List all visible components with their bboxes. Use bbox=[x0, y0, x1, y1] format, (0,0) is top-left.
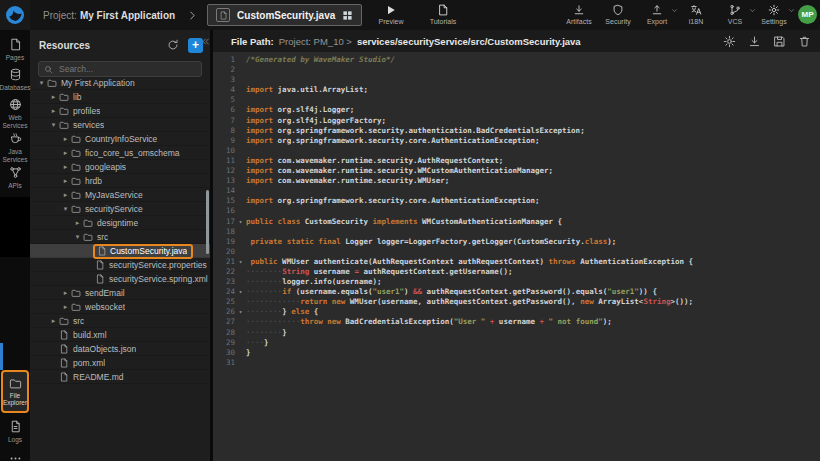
tree-toggle-icon[interactable]: ▸ bbox=[48, 93, 59, 101]
code-line[interactable]: 27············throw new BadCredentialsEx… bbox=[213, 317, 820, 327]
code-line[interactable]: 3 bbox=[213, 75, 820, 85]
fold-toggle-icon[interactable]: ▾ bbox=[235, 287, 246, 297]
code-line[interactable]: 28········} bbox=[213, 328, 820, 338]
panel-divider[interactable] bbox=[210, 30, 213, 461]
tree-toggle-icon[interactable]: ▸ bbox=[60, 149, 71, 157]
tree-item-securityservice[interactable]: ▾securityService bbox=[30, 202, 210, 216]
fold-toggle-icon[interactable]: ▾ bbox=[235, 217, 246, 227]
tree-toggle-icon[interactable]: ▸ bbox=[60, 191, 71, 199]
code-line[interactable]: 17▾public class CustomSecurity implement… bbox=[213, 217, 820, 227]
tree-item-lib[interactable]: ▸lib bbox=[30, 90, 210, 104]
tree-toggle-icon[interactable]: ▸ bbox=[60, 135, 71, 143]
code-line[interactable]: 12import com.wavemaker.runtime.security.… bbox=[213, 166, 820, 176]
search-box[interactable] bbox=[38, 61, 202, 77]
artifacts-button[interactable]: Artifacts bbox=[566, 4, 592, 25]
export-button[interactable]: Export bbox=[644, 4, 670, 25]
delete-file-button[interactable] bbox=[798, 35, 811, 48]
rail-item-logs[interactable]: Logs bbox=[0, 420, 30, 444]
tree-toggle-icon[interactable]: ▸ bbox=[60, 303, 71, 311]
fold-toggle-icon[interactable]: ▾ bbox=[235, 257, 246, 267]
tree-item-readme-md[interactable]: README.md bbox=[30, 370, 210, 384]
tree-toggle-icon[interactable]: ▸ bbox=[48, 107, 59, 115]
editor-settings-button[interactable] bbox=[723, 35, 736, 48]
tree-item-services[interactable]: ▾services bbox=[30, 118, 210, 132]
code-line[interactable]: 15import org.springframework.security.co… bbox=[213, 196, 820, 206]
search-input[interactable] bbox=[57, 63, 196, 75]
code-line[interactable]: 9import org.springframework.security.cor… bbox=[213, 136, 820, 146]
code-line[interactable]: 20 bbox=[213, 247, 820, 257]
tree-item-googleapis[interactable]: ▸googleapis bbox=[30, 160, 210, 174]
tree-toggle-icon[interactable]: ▾ bbox=[36, 79, 47, 87]
tree-toggle-icon[interactable]: ▾ bbox=[60, 205, 71, 213]
code-line[interactable]: 14 bbox=[213, 186, 820, 196]
code-line[interactable]: 21▾ public WMUser authenticate(AuthReque… bbox=[213, 257, 820, 267]
project-name[interactable]: My First Application bbox=[80, 10, 175, 21]
rail-item-apis[interactable]: APIs bbox=[0, 166, 30, 190]
rail-item-file-explorer[interactable]: File Explorer bbox=[1, 370, 29, 413]
tree-item-pom-xml[interactable]: pom.xml bbox=[30, 356, 210, 370]
rail-item-databases[interactable]: Databases bbox=[0, 68, 30, 92]
code-line[interactable]: 16 bbox=[213, 206, 820, 216]
tree-item-designtime[interactable]: ▸designtime bbox=[30, 216, 210, 230]
tree-item-fico-core-us-omschema[interactable]: ▸fico_core_us_omschema bbox=[30, 146, 210, 160]
fold-toggle-icon[interactable]: ▾ bbox=[235, 307, 246, 317]
tree-toggle-icon[interactable]: ▸ bbox=[60, 289, 71, 297]
tree-item-hrdb[interactable]: ▸hrdb bbox=[30, 174, 210, 188]
code-line[interactable]: 26▾········} else { bbox=[213, 307, 820, 317]
code-line[interactable]: 30} bbox=[213, 348, 820, 358]
code-line[interactable]: 22········String username = authRequestC… bbox=[213, 267, 820, 277]
security-button[interactable]: Security bbox=[605, 4, 631, 25]
tree-item-securityservice-spring-xml[interactable]: securityService.spring.xml bbox=[30, 272, 210, 286]
rail-item-pages[interactable]: Pages bbox=[0, 38, 30, 62]
tree-item-profiles[interactable]: ▸profiles bbox=[30, 104, 210, 118]
code-line[interactable]: 11import com.wavemaker.runtime.security.… bbox=[213, 156, 820, 166]
tree-item-countryinfoservice[interactable]: ▸CountryInfoService bbox=[30, 132, 210, 146]
code-line[interactable]: 10 bbox=[213, 146, 820, 156]
code-line[interactable]: 4import java.util.ArrayList; bbox=[213, 85, 820, 95]
code-area[interactable]: 1/*Generated by WaveMaker Studio*/234imp… bbox=[213, 52, 820, 461]
code-line[interactable]: 18 bbox=[213, 227, 820, 237]
tree-item-customsecurity-java[interactable]: CustomSecurity.java bbox=[30, 244, 210, 258]
wavemaker-logo[interactable] bbox=[0, 0, 30, 30]
grid-icon[interactable] bbox=[342, 10, 353, 21]
tree-toggle-icon[interactable]: ▾ bbox=[48, 121, 59, 129]
save-file-button[interactable] bbox=[773, 35, 786, 48]
tree-item-securityservice-properties[interactable]: securityService.properties bbox=[30, 258, 210, 272]
code-line[interactable]: 2 bbox=[213, 65, 820, 75]
tree-toggle-icon[interactable]: ▸ bbox=[60, 177, 71, 185]
rail-item-java-services[interactable]: Java Services bbox=[0, 132, 30, 163]
code-line[interactable]: 31 bbox=[213, 358, 820, 368]
code-line[interactable]: 25············return new WMUser(username… bbox=[213, 297, 820, 307]
tree-item-dataobjects-json[interactable]: dataObjects.json bbox=[30, 342, 210, 356]
tree-toggle-icon[interactable]: ▸ bbox=[60, 163, 71, 171]
code-line[interactable]: 6import org.slf4j.Logger; bbox=[213, 105, 820, 115]
tree-item-sendemail[interactable]: ▸sendEmail bbox=[30, 286, 210, 300]
tutorials-button[interactable]: Tutorials bbox=[420, 4, 466, 25]
download-file-button[interactable] bbox=[748, 35, 761, 48]
rail-item-web-services[interactable]: Web Services bbox=[0, 98, 30, 129]
tree-item-websocket[interactable]: ▸websocket bbox=[30, 300, 210, 314]
tree-scrollbar[interactable] bbox=[206, 190, 209, 254]
tree-item-myjavaservice[interactable]: ▸MyJavaService bbox=[30, 188, 210, 202]
code-line[interactable]: 23········logger.info(username); bbox=[213, 277, 820, 287]
code-line[interactable]: 5 bbox=[213, 95, 820, 105]
preview-button[interactable]: Preview bbox=[368, 4, 414, 25]
vcs-button[interactable]: VCS bbox=[722, 4, 748, 25]
code-line[interactable]: 7import org.slf4j.LoggerFactory; bbox=[213, 116, 820, 126]
tree-item-src[interactable]: ▸src bbox=[30, 314, 210, 328]
tab-customsecurity-java[interactable]: CustomSecurity.java bbox=[207, 4, 362, 26]
refresh-icon[interactable] bbox=[167, 39, 179, 51]
tree-toggle-icon[interactable]: ▸ bbox=[48, 317, 59, 325]
i18n-button[interactable]: i18N bbox=[683, 4, 709, 25]
rail-item-more-options[interactable] bbox=[0, 452, 30, 461]
tree-item-build-xml[interactable]: build.xml bbox=[30, 328, 210, 342]
settings-button[interactable]: Settings bbox=[761, 4, 787, 25]
tree-item-src[interactable]: ▾src bbox=[30, 230, 210, 244]
tree-toggle-icon[interactable]: ▾ bbox=[72, 233, 83, 241]
user-avatar[interactable]: MP bbox=[798, 5, 817, 24]
code-line[interactable]: 8import org.springframework.security.aut… bbox=[213, 126, 820, 136]
code-line[interactable]: 19 private static final Logger logger=Lo… bbox=[213, 237, 820, 247]
code-line[interactable]: 1/*Generated by WaveMaker Studio*/ bbox=[213, 55, 820, 65]
collapse-panel-icon[interactable] bbox=[201, 37, 210, 46]
code-line[interactable]: 29····} bbox=[213, 338, 820, 348]
